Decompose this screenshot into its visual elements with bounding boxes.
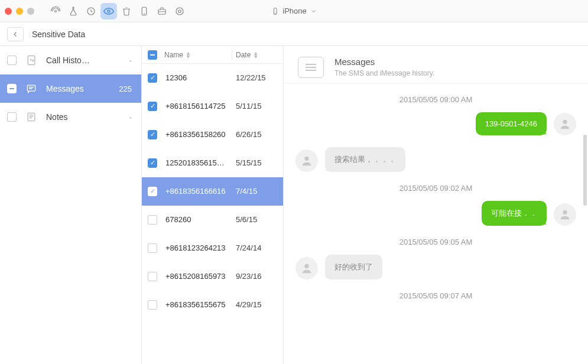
svg-point-6 [176, 8, 183, 15]
row-date: 4/29/15 [236, 300, 277, 309]
chat-transcript[interactable]: 2015/05/05 09:00 AM139-0501-4246搜索结果，．．．… [284, 83, 588, 364]
row-date: 7/4/15 [236, 187, 277, 196]
table-row[interactable]: 1230612/22/15 [142, 64, 283, 92]
row-name: +8618123264213 [165, 243, 236, 252]
checkbox[interactable] [7, 112, 17, 122]
target-icon[interactable] [171, 3, 188, 20]
row-checkbox[interactable] [148, 187, 157, 196]
sidebar-item-count: 225 [119, 84, 134, 93]
subheader: Sensitive Data [0, 22, 588, 46]
minimize-window-button[interactable] [16, 8, 23, 15]
column-divider [232, 50, 232, 60]
table-row[interactable]: +86183561666167/4/15 [142, 177, 283, 206]
table-row[interactable]: +86183561582606/26/15 [142, 121, 283, 149]
table-row[interactable]: +86183561556754/29/15 [142, 291, 283, 319]
messages-large-icon [298, 57, 324, 78]
table-row[interactable]: +86181232642137/24/14 [142, 234, 283, 262]
page-title: Sensitive Data [32, 30, 85, 39]
zoom-window-button[interactable] [27, 8, 34, 15]
row-date: 6/26/15 [236, 130, 277, 139]
chat-message-sent: 可能在接．． [295, 201, 576, 226]
row-date: 5/11/15 [236, 102, 277, 110]
tablet-icon[interactable] [136, 3, 152, 20]
row-checkbox[interactable] [148, 73, 157, 83]
row-checkbox[interactable] [148, 215, 157, 225]
message-list-panel: Name ▲▼ Date ▲▼ 1230612/22/15+8618156114… [142, 46, 284, 364]
row-checkbox[interactable] [148, 158, 157, 168]
chat-timestamp: 2015/05/05 09:05 AM [295, 238, 576, 246]
back-button[interactable] [7, 27, 24, 41]
table-row[interactable]: +86152081659739/23/16 [142, 262, 283, 291]
row-name: 678260 [165, 215, 236, 224]
chat-message-recv: 好的收到了 [295, 255, 576, 280]
sidebar-item-label: Call Histo… [46, 56, 121, 65]
clock-icon[interactable] [83, 3, 99, 20]
avatar [554, 203, 576, 226]
scrollbar-thumb[interactable] [583, 135, 587, 206]
eye-icon[interactable] [100, 3, 117, 20]
checkbox[interactable] [7, 56, 17, 65]
sidebar-item-label: Messages [46, 84, 111, 93]
svg-point-13 [563, 120, 567, 124]
row-name: +8618356155675 [165, 300, 236, 309]
row-date: 12/22/15 [236, 73, 277, 82]
device-selector[interactable]: iPhone [271, 6, 317, 15]
chat-bubble: 好的收到了 [325, 255, 382, 280]
svg-point-7 [178, 9, 181, 12]
conversation-pane: Messages The SMS and iMessage history. 2… [284, 46, 588, 364]
row-date: 9/23/16 [236, 272, 277, 281]
messages-icon [25, 83, 38, 95]
chat-message-sent: 139-0501-4246 [295, 112, 576, 135]
window-toolbar: iPhone [0, 0, 588, 22]
row-checkbox[interactable] [148, 300, 157, 310]
pane-title: Messages [334, 57, 434, 67]
sort-arrows-icon: ▲▼ [253, 51, 258, 58]
sort-arrows-icon: ▲▼ [186, 51, 191, 58]
avatar [554, 113, 576, 135]
sidebar-item-count: - [129, 56, 134, 65]
checkbox-indeterminate[interactable] [7, 84, 17, 93]
row-name: +8618356166616 [165, 187, 236, 196]
chat-timestamp: 2015/05/05 09:07 AM [295, 291, 576, 300]
sidebar-item-callhistory[interactable]: Call Histo… - [0, 46, 141, 74]
trash-icon[interactable] [118, 3, 135, 20]
row-name: 125201835615… [165, 158, 236, 167]
row-date: 5/15/15 [236, 158, 277, 167]
header-name[interactable]: Name ▲▼ [164, 51, 228, 59]
row-name: +8615208165973 [165, 272, 236, 281]
broadcast-icon[interactable] [47, 3, 64, 20]
table-row[interactable]: 125201835615…5/15/15 [142, 149, 283, 177]
sidebar-item-notes[interactable]: Notes - [0, 103, 141, 131]
content-area: Call Histo… - Messages 225 Notes - Name [0, 46, 588, 364]
chat-timestamp: 2015/05/05 09:00 AM [295, 95, 576, 104]
traffic-lights [5, 8, 34, 15]
callhistory-icon [25, 54, 38, 66]
table-row[interactable]: +86181561147255/11/15 [142, 92, 283, 121]
pane-header: Messages The SMS and iMessage history. [284, 46, 588, 83]
svg-rect-11 [27, 85, 35, 91]
briefcase-icon[interactable] [154, 3, 170, 20]
close-window-button[interactable] [5, 8, 12, 15]
table-row[interactable]: 6782605/6/15 [142, 206, 283, 234]
row-checkbox[interactable] [148, 243, 157, 253]
row-checkbox[interactable] [148, 272, 157, 281]
message-rows: 1230612/22/15+86181561147255/11/15+86183… [142, 64, 283, 364]
svg-point-16 [304, 264, 308, 268]
row-name: +8618156114725 [165, 102, 236, 110]
header-checkbox-cell[interactable] [148, 50, 164, 60]
row-checkbox[interactable] [148, 130, 157, 139]
svg-rect-12 [28, 113, 35, 121]
sidebar-item-count: - [129, 113, 134, 122]
table-header: Name ▲▼ Date ▲▼ [142, 46, 283, 64]
chat-bubble: 搜索结果，．．． [325, 147, 405, 172]
header-date[interactable]: Date ▲▼ [236, 51, 277, 59]
chevron-down-icon [310, 8, 317, 15]
svg-point-4 [144, 14, 145, 14]
checkbox-indeterminate[interactable] [148, 50, 157, 60]
avatar [295, 257, 318, 280]
sidebar-item-messages[interactable]: Messages 225 [0, 74, 141, 103]
row-name: 12306 [165, 73, 236, 82]
flask-icon[interactable] [65, 3, 82, 20]
row-checkbox[interactable] [148, 102, 157, 111]
sidebar-item-label: Notes [46, 112, 121, 122]
